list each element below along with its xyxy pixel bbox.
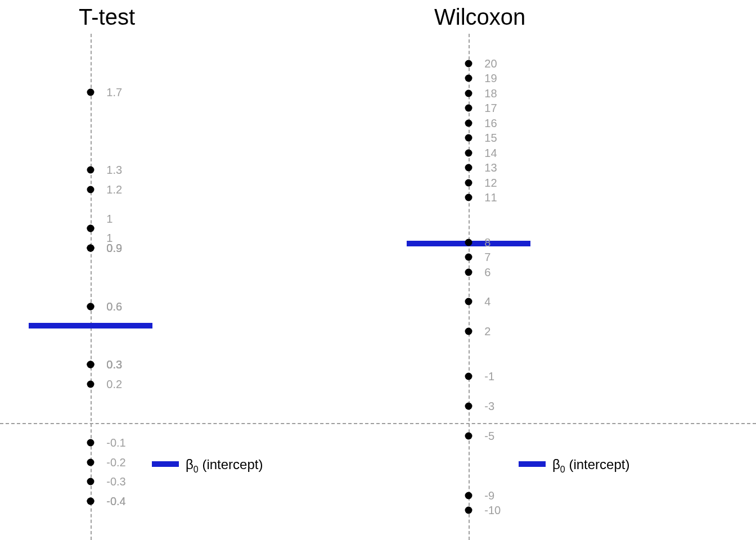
data-point [87,361,94,368]
data-point-label: 13 [484,161,497,174]
data-point-label: -0.4 [106,494,125,507]
data-point [465,372,472,380]
data-point [465,179,472,186]
data-point [465,238,472,246]
data-point-label: 1.3 [106,164,122,177]
panel-title: Wilcoxon [434,4,525,30]
data-point [87,458,94,466]
data-point [87,439,94,446]
data-point-label: 0.9 [106,241,122,254]
data-point-label: 16 [484,116,497,129]
data-point-label: 0.3 [106,358,122,371]
data-point [465,60,472,67]
panel-t-test: T-test β0 (intercept) 1.71.31.2110.90.90… [0,0,378,540]
data-point-label: -0.2 [106,456,125,469]
data-point-label: -5 [484,429,494,442]
data-point-label: 18 [484,87,497,100]
data-point-label: 15 [484,132,497,145]
data-point [87,225,94,232]
data-point-label: 1.7 [106,86,122,98]
data-point [465,75,472,82]
figure: T-test β0 (intercept) 1.71.31.2110.90.90… [0,0,756,540]
data-point [87,244,94,251]
data-point-label: 0.6 [106,300,122,313]
data-point [465,432,472,439]
data-point-label: 11 [484,191,497,204]
data-point-label: -0.1 [106,436,125,449]
data-point-label: 17 [484,102,497,115]
data-point-label: 6 [484,266,490,278]
data-point [87,381,94,388]
data-point [465,507,472,514]
data-point-label: 12 [484,176,497,189]
data-point-label: 7 [484,251,490,264]
data-point-label: -0.3 [106,475,125,488]
data-point-label: 14 [484,146,497,159]
panel-title: T-test [79,4,135,30]
data-point-label: -9 [484,489,494,502]
legend-label: β0 (intercept) [552,457,629,475]
data-point-label: 8 [484,236,490,249]
data-point-label: 1.2 [106,183,122,196]
data-point-label: 1 [106,212,112,225]
data-point [465,164,472,172]
data-point [465,268,472,276]
data-point [87,303,94,310]
data-point-label: 19 [484,72,497,85]
data-point [465,89,472,97]
data-point-label: 2 [484,325,490,338]
data-point [87,497,94,505]
data-point-label: -3 [484,399,494,412]
data-point-label: -1 [484,370,494,382]
data-point [465,194,472,201]
data-point-label: 0.2 [106,378,122,391]
data-point [465,492,472,499]
data-point [87,166,94,174]
data-point [465,119,472,127]
data-point [465,134,472,142]
data-point-label: 4 [484,295,490,308]
legend-swatch [152,461,179,467]
data-point [465,402,472,410]
data-point [87,186,94,193]
data-point [465,105,472,112]
data-point [465,149,472,156]
data-point [87,478,94,485]
legend-swatch [519,461,546,467]
intercept-line [29,323,152,328]
data-point [87,88,94,96]
data-point [465,254,472,261]
data-point-label: 20 [484,57,497,70]
legend-label: β0 (intercept) [186,457,263,475]
panel-wilcoxon: Wilcoxon β0 (intercept) 2019181716151413… [378,0,756,540]
data-point [465,298,472,305]
data-point-label: -10 [484,504,501,517]
data-point [465,328,472,335]
